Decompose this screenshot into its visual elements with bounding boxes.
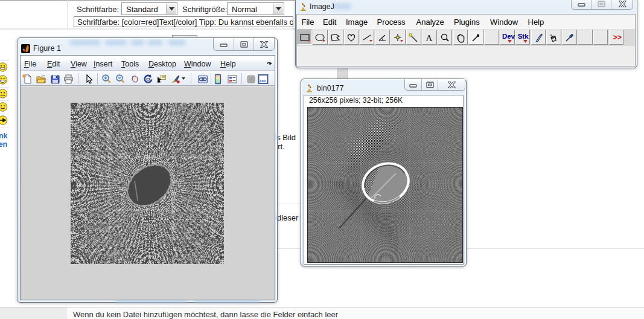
svg-text:A: A (426, 33, 432, 43)
